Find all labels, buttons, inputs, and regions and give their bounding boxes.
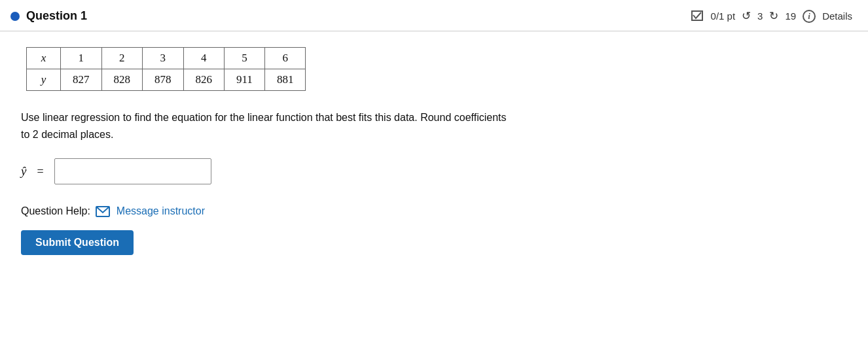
y-label: y	[27, 69, 61, 91]
y-val-1: 827	[61, 69, 102, 91]
question-text-line1: Use linear regression to find the equati…	[21, 112, 506, 123]
question-text: Use linear regression to find the equati…	[21, 109, 847, 143]
submit-button[interactable]: Submit Question	[21, 230, 134, 255]
table-row-y: y 827 828 878 826 911 881	[27, 69, 306, 91]
score-check-icon	[691, 10, 704, 22]
question-body: x 1 2 3 4 5 6 y 827 828 878 826 911 881 …	[0, 31, 868, 271]
envelope-icon	[96, 206, 110, 217]
page: Question 1 0/1 pt ↺ 3 ↻ 19 i Details x 1	[0, 0, 868, 361]
question-header: Question 1 0/1 pt ↺ 3 ↻ 19 i Details	[0, 0, 868, 31]
y-val-5: 911	[225, 69, 265, 91]
x-val-3: 3	[143, 48, 184, 69]
message-instructor-link[interactable]: Message instructor	[117, 205, 205, 217]
score-display: 0/1 pt	[711, 10, 736, 22]
equals-sign: =	[37, 165, 43, 179]
header-right: 0/1 pt ↺ 3 ↻ 19 i Details	[691, 9, 852, 23]
y-hat-label: ŷ	[21, 164, 26, 179]
retry-icon: ↻	[769, 9, 778, 23]
details-link[interactable]: Details	[822, 10, 852, 22]
info-icon[interactable]: i	[803, 10, 816, 23]
table-row-x: x 1 2 3 4 5 6	[27, 48, 306, 69]
x-val-4: 4	[183, 48, 225, 69]
question-title: Question 1	[26, 9, 87, 23]
undo-count: 3	[757, 10, 763, 22]
y-val-2: 828	[101, 69, 143, 91]
question-help: Question Help: Message instructor	[21, 205, 847, 217]
data-table: x 1 2 3 4 5 6 y 827 828 878 826 911 881	[26, 47, 306, 91]
help-label: Question Help:	[21, 205, 90, 217]
x-val-6: 6	[264, 48, 306, 69]
x-val-5: 5	[225, 48, 265, 69]
y-val-4: 826	[183, 69, 225, 91]
y-val-3: 878	[143, 69, 184, 91]
y-val-6: 881	[264, 69, 306, 91]
x-val-1: 1	[61, 48, 102, 69]
x-val-2: 2	[101, 48, 143, 69]
answer-input[interactable]	[54, 158, 211, 184]
blue-dot-icon	[10, 12, 20, 21]
x-label: x	[27, 48, 61, 69]
retry-count: 19	[785, 10, 796, 22]
answer-row: ŷ =	[21, 158, 847, 184]
question-title-area: Question 1	[10, 9, 87, 23]
question-text-line2: to 2 decimal places.	[21, 129, 113, 140]
undo-icon: ↺	[742, 9, 751, 23]
